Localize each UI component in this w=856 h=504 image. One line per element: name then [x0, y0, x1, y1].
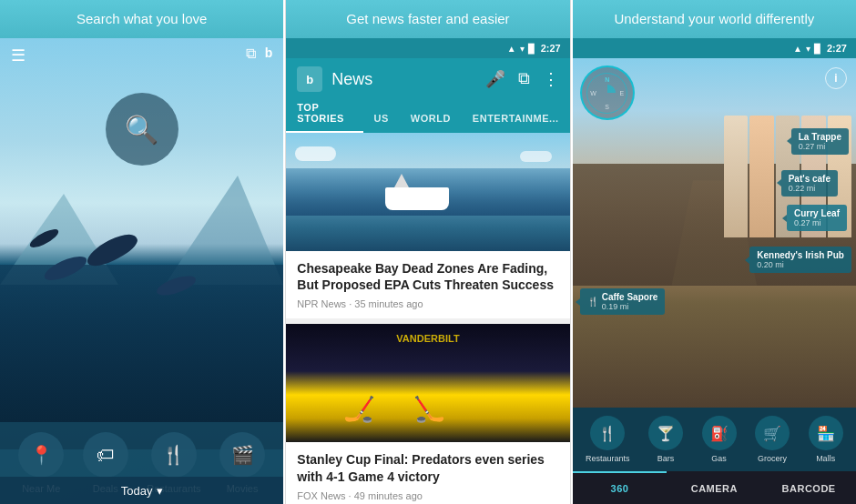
poi-la-trappe[interactable]: La Trappe 0.27 mi: [791, 128, 849, 155]
panel-ar: Understand your world differently ▲ ▾ ▉ …: [573, 0, 856, 504]
compass-s: S: [605, 104, 609, 110]
top-right-icons: ⧉ b: [246, 45, 273, 62]
hockey-player-2: 🏒: [413, 394, 445, 424]
article-1[interactable]: Chesapeake Bay Dead Zones Are Fading, Bu…: [286, 133, 569, 318]
cloud-2: [520, 151, 552, 162]
news-status-bar: ▲ ▾ ▉ 2:27: [286, 38, 569, 58]
status-time: 2:27: [541, 43, 561, 54]
article-2-content: Stanley Cup Final: Predators even series…: [286, 442, 569, 504]
compass-w: W: [590, 90, 596, 96]
radar-sweep: [599, 85, 616, 101]
panel-2-header: Get news faster and easier: [286, 0, 569, 38]
ar-nav-gas[interactable]: ⛽ Gas: [702, 416, 737, 463]
ar-status-time: 2:27: [827, 43, 847, 54]
compass-n: N: [605, 76, 609, 83]
ar-compass: N E S W: [580, 66, 635, 120]
tab-entertainment[interactable]: ENTERTAINME...: [462, 106, 570, 133]
ar-restaurants-icon: 🍴: [590, 416, 625, 450]
news-app-title: News: [331, 70, 475, 89]
tab-us[interactable]: US: [363, 106, 400, 133]
poi-caffe-sapore[interactable]: 🍴 Caffe Sapore 0.19 mi: [580, 288, 666, 315]
panel-2-tagline: Get news faster and easier: [346, 11, 509, 26]
ar-battery-icon: ▉: [814, 44, 821, 54]
article-1-image: [286, 133, 569, 251]
ar-status-bar: ▲ ▾ ▉ 2:27: [573, 38, 856, 58]
panel-3-header: Understand your world differently: [573, 0, 856, 38]
article-2-image: 🏒 🏒 VANDERBILT: [286, 324, 569, 442]
movies-icon: 🎬: [219, 432, 265, 478]
panel-search: Search what you love ☰ ⧉ b 📷 🔍 🎤: [0, 0, 283, 504]
info-icon[interactable]: i: [825, 67, 847, 89]
article-1-content: Chesapeake Bay Dead Zones Are Fading, Bu…: [286, 251, 569, 318]
boat-shape: [385, 187, 449, 210]
battery-icon: ▉: [528, 44, 535, 54]
toolbar-actions: 🎤 ⧉ ⋮: [485, 69, 559, 89]
tabs-icon[interactable]: ⧉: [518, 69, 530, 89]
ar-malls-icon: 🏪: [809, 416, 843, 450]
search-button[interactable]: 🔍: [106, 93, 178, 166]
more-icon[interactable]: ⋮: [543, 69, 559, 89]
phone-screen-1: ☰ ⧉ b 📷 🔍 🎤 📍 Near: [0, 38, 283, 504]
article-2-meta: FOX News · 49 minutes ago: [297, 490, 558, 501]
ar-gas-icon: ⛽: [702, 416, 737, 450]
article-2[interactable]: 🏒 🏒 VANDERBILT Stanley Cup Final: Predat…: [286, 324, 569, 504]
copy-icon[interactable]: ⧉: [246, 45, 256, 62]
ar-signal-icon: ▲: [793, 44, 802, 54]
panel-3-tagline: Understand your world differently: [614, 11, 814, 26]
tab-camera[interactable]: CAMERA: [667, 471, 761, 504]
news-tabs: TOP STORIES US WORLD ENTERTAINME...: [286, 100, 569, 133]
ar-bars-icon: 🍸: [648, 416, 683, 450]
deals-icon: 🏷: [83, 432, 128, 478]
bing-icon[interactable]: b: [265, 45, 273, 62]
ar-bottom-tabs: 360 CAMERA BARCODE: [573, 471, 856, 504]
mic-toolbar-icon[interactable]: 🎤: [485, 69, 505, 89]
wifi-icon: ▾: [520, 44, 525, 54]
ar-nav-malls[interactable]: 🏪 Malls: [809, 416, 843, 463]
tab-top-stories[interactable]: TOP STORIES: [286, 95, 362, 133]
article-2-headline: Stanley Cup Final: Predators even series…: [297, 451, 558, 484]
panel-1-header: Search what you love: [0, 0, 283, 38]
hamburger-icon[interactable]: ☰: [11, 45, 25, 66]
poi-curry-leaf[interactable]: Curry Leaf 0.27 mi: [787, 205, 847, 231]
compass-inner: N E S W: [586, 73, 627, 114]
ar-bottom-nav: 🍴 Restaurants 🍸 Bars ⛽ Gas 🛒 Grocery 🏪 M…: [573, 408, 856, 471]
ar-scene: N E S W i La Trappe 0.27 mi Pat's cafe 0…: [573, 58, 856, 408]
tab-barcode[interactable]: BARCODE: [761, 471, 856, 504]
poi-kennedys[interactable]: Kennedy's Irish Pub 0.20 mi: [749, 247, 851, 273]
restaurants-icon: 🍴: [151, 432, 197, 478]
news-feed: Chesapeake Bay Dead Zones Are Fading, Bu…: [286, 133, 569, 504]
cloud-1: [295, 146, 336, 161]
tab-360[interactable]: 360: [573, 471, 667, 504]
fork-icon-poi: 🍴: [587, 297, 598, 307]
today-bar[interactable]: Today ▾: [0, 477, 283, 504]
compass-e: E: [619, 90, 624, 96]
ar-nav-restaurants[interactable]: 🍴 Restaurants: [586, 416, 630, 463]
search-icon: 🔍: [125, 114, 158, 146]
ar-status-icons: ▲ ▾ ▉: [793, 44, 821, 54]
ar-grocery-icon: 🛒: [755, 416, 790, 450]
ar-wifi-icon: ▾: [806, 44, 810, 54]
ar-nav-grocery[interactable]: 🛒 Grocery: [755, 416, 790, 463]
near-me-icon: 📍: [18, 432, 64, 478]
tab-world[interactable]: WORLD: [400, 106, 462, 133]
article-1-meta: NPR News · 35 minutes ago: [297, 298, 558, 309]
poi-pats-cafe[interactable]: Pat's cafe 0.22 mi: [781, 170, 838, 197]
signal-icon: ▲: [507, 44, 516, 54]
hockey-player-1: 🏒: [343, 394, 375, 424]
ar-nav-bars[interactable]: 🍸 Bars: [648, 416, 683, 463]
status-icons: ▲ ▾ ▉: [507, 44, 535, 54]
panel-news: Get news faster and easier ▲ ▾ ▉ 2:27 b …: [285, 0, 570, 504]
hockey-team-label: VANDERBILT: [396, 333, 459, 344]
article-1-headline: Chesapeake Bay Dead Zones Are Fading, Bu…: [297, 260, 558, 293]
chevron-down-icon: ▾: [157, 484, 163, 498]
boat-top: [394, 174, 409, 187]
bing-logo[interactable]: b: [297, 66, 322, 92]
panel-1-tagline: Search what you love: [76, 11, 207, 26]
